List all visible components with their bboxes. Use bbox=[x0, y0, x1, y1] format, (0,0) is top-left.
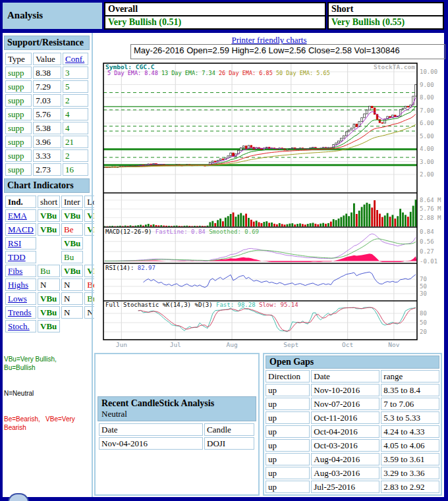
gap-range: 4.05 to 4.06 bbox=[381, 439, 439, 452]
indicator-link-lows[interactable]: Lows bbox=[8, 294, 27, 303]
indicator-rating bbox=[38, 251, 60, 263]
indicator-link-stoch[interactable]: Stoch. bbox=[5, 320, 36, 332]
svg-text:2.00: 2.00 bbox=[420, 171, 434, 178]
svg-text:Aug: Aug bbox=[226, 341, 237, 348]
gap-date: Oct-03-2016 bbox=[311, 439, 379, 452]
svg-text:0.84: 0.84 bbox=[420, 228, 434, 235]
gap-range: 3.29 to 3.36 bbox=[381, 467, 439, 479]
printer-friendly-link[interactable]: Printer friendly charts bbox=[231, 35, 306, 45]
indicator-link-stoch[interactable]: Stoch. bbox=[8, 321, 30, 331]
sr-row: supp2.7316 bbox=[5, 163, 88, 176]
sr-row: supp3.9621 bbox=[5, 136, 88, 148]
indicator-link-ema[interactable]: EMA bbox=[8, 211, 27, 221]
legend-bearish: Be=Bearish, VBe=Very Bearish bbox=[4, 415, 90, 432]
svg-text:80: 80 bbox=[420, 310, 427, 317]
gap-row: upJul-25-20162.83 to 2.92 bbox=[266, 481, 439, 493]
short-label: Short bbox=[329, 3, 443, 16]
candlestick-analysis-box: Recent CandleStick Analysis Neutral Date… bbox=[94, 353, 260, 496]
gap-range: 3.59 to 3.61 bbox=[381, 453, 439, 465]
svg-text:20: 20 bbox=[420, 329, 427, 335]
svg-text:3.00: 3.00 bbox=[420, 159, 434, 165]
indicator-link-rsi[interactable]: RSI bbox=[8, 238, 21, 248]
indicator-rating: Be bbox=[61, 223, 83, 236]
candlestick-table: DateCandleNov-04-2016DOJI bbox=[98, 422, 256, 451]
svg-text:5.00: 5.00 bbox=[420, 133, 434, 140]
gap-row: upNov-07-20167 to 7.06 bbox=[266, 398, 439, 410]
stockta-analysis-page: Analysis Overall Very Bullish (0.51) Sho… bbox=[0, 0, 448, 501]
sr-type: supp bbox=[5, 122, 32, 134]
svg-text:4.00: 4.00 bbox=[420, 145, 434, 152]
indicator-rating: VBu bbox=[38, 292, 60, 305]
gap-date: Nov-10-2016 bbox=[311, 384, 379, 396]
gap-direction: up bbox=[266, 425, 310, 438]
sr-type: supp bbox=[5, 94, 32, 107]
open-gaps-box: Open Gaps DirectionDaterangeupNov-10-201… bbox=[263, 353, 442, 496]
overall-label: Overall bbox=[105, 3, 325, 16]
short-rating-box: Short Very Bullish (0.55) bbox=[327, 2, 444, 30]
gap-direction: up bbox=[266, 439, 310, 452]
svg-text:0.27: 0.27 bbox=[420, 248, 434, 255]
short-rating-value: Very Bullish (0.55) bbox=[329, 16, 443, 28]
sidebar: Support/Resistance TypeValueConf.supp8.3… bbox=[3, 33, 91, 497]
sr-row: supp3.332 bbox=[5, 149, 88, 162]
col-ind: Ind. bbox=[5, 196, 36, 208]
gap-range: 4.24 to 4.33 bbox=[381, 425, 439, 438]
legend-neutral: N=Neutral bbox=[4, 389, 90, 398]
sidebar-divider bbox=[92, 33, 93, 497]
chart-zone: Printer friendly charts May-26-2016 Open… bbox=[94, 33, 444, 353]
svg-text:0.56: 0.56 bbox=[420, 238, 434, 245]
sr-header-row: TypeValueConf. bbox=[5, 53, 88, 65]
svg-text:Sept: Sept bbox=[283, 341, 298, 348]
gap-date: Oct-11-2016 bbox=[311, 411, 379, 424]
indicator-rating: Bu bbox=[38, 265, 60, 277]
quote-info-box: May-26-2016 Open=2.59 High=2.6 Low=2.56 … bbox=[130, 44, 445, 59]
gap-direction: up bbox=[266, 411, 310, 424]
col-date: Date bbox=[99, 423, 203, 436]
indicator-link-fibs[interactable]: Fibs bbox=[5, 265, 36, 277]
svg-text:StockTA.com: StockTA.com bbox=[374, 63, 415, 70]
indicator-link-macd[interactable]: MACD bbox=[8, 224, 34, 234]
indicator-link-ema[interactable]: EMA bbox=[5, 209, 36, 222]
indicator-rating: N bbox=[61, 278, 83, 291]
gap-row: upAug-03-20163.29 to 3.36 bbox=[266, 467, 439, 479]
indicator-rating bbox=[38, 237, 60, 250]
indicator-link-lows[interactable]: Lows bbox=[5, 292, 36, 305]
indicator-link-rsi[interactable]: RSI bbox=[5, 237, 36, 250]
conf-link[interactable]: Conf. bbox=[63, 53, 88, 65]
sr-type: supp bbox=[5, 149, 32, 162]
indicator-link-tdd[interactable]: TDD bbox=[5, 251, 36, 263]
svg-text:50: 50 bbox=[420, 283, 427, 290]
indicator-link-highs[interactable]: Highs bbox=[5, 278, 36, 291]
indicator-link-trends[interactable]: Trends bbox=[8, 307, 32, 317]
sr-row: supp5.764 bbox=[5, 108, 88, 120]
gap-date: Jul-25-2016 bbox=[311, 481, 379, 493]
chart-indicators-title: Chart Indicators bbox=[4, 178, 90, 193]
gap-date: Nov-07-2016 bbox=[311, 398, 379, 410]
svg-text:9.00: 9.00 bbox=[420, 82, 434, 88]
indicator-rating bbox=[61, 320, 83, 332]
svg-text:Full Stochastic %K(14,3) %D(3): Full Stochastic %K(14,3) %D(3) Fast: 98.… bbox=[105, 302, 298, 308]
indicator-link-macd[interactable]: MACD bbox=[5, 223, 36, 236]
svg-text:30: 30 bbox=[420, 290, 427, 297]
indicator-link-trends[interactable]: Trends bbox=[5, 306, 36, 319]
sr-value: 3.96 bbox=[33, 136, 61, 148]
sr-type: supp bbox=[5, 80, 32, 93]
svg-text:-0.01: -0.01 bbox=[420, 258, 437, 265]
col-value: Value bbox=[33, 53, 61, 65]
conf-link[interactable]: Conf. bbox=[65, 54, 84, 64]
indicator-link-fibs[interactable]: Fibs bbox=[8, 266, 22, 276]
svg-text:10.00: 10.00 bbox=[420, 68, 437, 75]
indicator-rating: VBu bbox=[61, 265, 83, 277]
indicator-rating: VBu bbox=[38, 306, 60, 319]
svg-text:Oct: Oct bbox=[342, 341, 353, 348]
col-range: range bbox=[381, 370, 439, 382]
sr-row: supp7.295 bbox=[5, 80, 88, 93]
gap-direction: up bbox=[266, 398, 310, 410]
indicator-link-tdd[interactable]: TDD bbox=[8, 252, 26, 262]
cs-date: Nov-04-2016 bbox=[99, 437, 203, 450]
indicator-link-highs[interactable]: Highs bbox=[8, 280, 28, 290]
gap-date: Aug-03-2016 bbox=[311, 467, 379, 479]
candlestick-title: Recent CandleStick Analysis bbox=[101, 398, 252, 409]
candlestick-status: Neutral bbox=[101, 409, 252, 419]
svg-text:2.88 M: 2.88 M bbox=[420, 215, 441, 221]
